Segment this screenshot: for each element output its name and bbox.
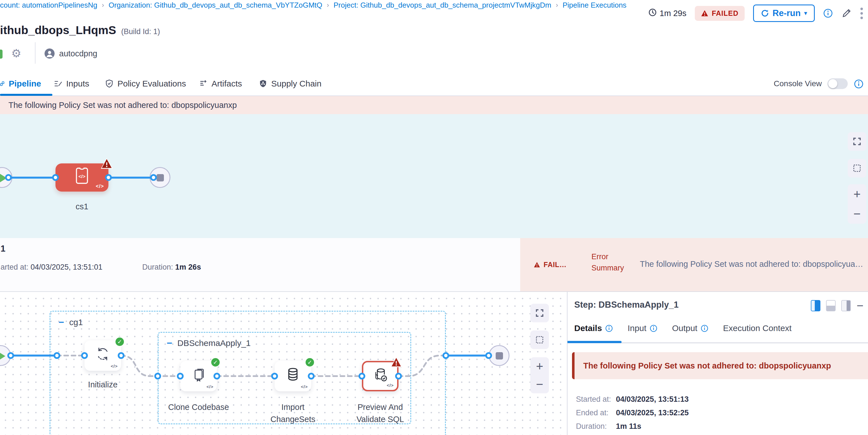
meta-divider [35, 42, 35, 64]
rerun-button[interactable]: Re-run ▾ [753, 4, 815, 22]
more-options-icon[interactable] [860, 8, 863, 19]
breadcrumb: count: automationPipelinesNg › Organizat… [0, 0, 626, 10]
shield-check-icon [105, 79, 114, 88]
graph-port [214, 373, 220, 379]
success-check-icon: ✓ [305, 357, 315, 367]
tab-supply-chain[interactable]: Supply Chain [258, 72, 321, 95]
pipeline-execution-page: count: automationPipelinesNg › Organizat… [0, 0, 868, 435]
tab-policy-evaluations[interactable]: Policy Evaluations [105, 72, 186, 95]
stage-node-cs1[interactable]: </> </> [56, 163, 108, 192]
graph-port [5, 174, 12, 181]
console-view-info-icon[interactable] [854, 79, 864, 90]
layout-bottom-icon[interactable] [826, 300, 836, 311]
graph-port [118, 352, 124, 359]
stage-summary-bar: 1 arted at: 04/03/2025, 13:51:01 Duratio… [0, 238, 868, 292]
step-group-dbschemaapply-header: − DBSchemaApply_1 [167, 338, 251, 348]
execution-duration: 1m 29s [648, 8, 686, 19]
info-icon[interactable] [605, 324, 613, 332]
artifacts-icon [199, 79, 208, 88]
tab-artifacts-label: Artifacts [212, 79, 242, 89]
policy-violation-banner: The following Policy Set was not adhered… [0, 96, 868, 114]
tab-inputs[interactable]: Inputs [54, 72, 89, 95]
step-label-initialize: Initialize [72, 379, 134, 391]
tab-details[interactable]: Details [574, 323, 613, 333]
console-view-label: Console View [774, 79, 822, 88]
tab-pipeline[interactable]: Pipeline [0, 72, 41, 95]
step-panel-title: Step: DBSchemaApply_1 [574, 300, 678, 310]
step-node-initialize[interactable]: </> ✓ [85, 340, 121, 371]
stage-fail-status: FAIL… [534, 260, 567, 269]
graph-port [7, 352, 14, 359]
code-icon: </> [387, 383, 394, 388]
execution-graph-canvas[interactable]: − cg1 − DBSchemaApply_1 </> ✓ Initiali [0, 292, 567, 435]
pipeline-title-row: ithub_dbops_LHqmS (Build Id: 1) [0, 24, 160, 37]
collapse-group-icon[interactable]: − [167, 338, 173, 348]
info-icon[interactable] [701, 324, 708, 332]
console-view-control: Console View [774, 72, 848, 95]
active-tab-underline [0, 94, 52, 96]
graph-port [81, 352, 88, 359]
shield-network-icon [258, 79, 268, 88]
gear-icon[interactable]: ⚙ [11, 47, 22, 60]
success-check-icon: ✓ [115, 337, 125, 347]
layout-split-right-icon[interactable] [811, 300, 820, 311]
step-panel-tabs: Details Input Output Execution Context [574, 323, 792, 333]
failure-warning-icon [100, 158, 113, 170]
console-view-toggle[interactable] [828, 78, 848, 89]
step-node-clone-codebase[interactable]: </> ✓ [180, 361, 217, 391]
step-node-preview-validate-sql[interactable]: </> [362, 361, 399, 391]
marquee-select-button[interactable] [848, 159, 866, 178]
error-summary-label: Error Summary [591, 251, 639, 274]
breadcrumb-pipeline-executions[interactable]: Pipeline Executions [562, 1, 626, 9]
group-dbschemaapply-label: DBSchemaApply_1 [178, 338, 251, 348]
info-icon[interactable] [823, 8, 833, 18]
connector-line [8, 177, 56, 179]
code-icon: </> [111, 364, 118, 369]
layout-right-panel-icon[interactable] [841, 300, 851, 311]
zoom-controls: + − [848, 184, 866, 224]
group-cg1-label: cg1 [69, 317, 83, 327]
tab-input[interactable]: Input [627, 323, 657, 333]
step-group-cg1-header: − cg1 [59, 317, 83, 328]
policy-violation-text: The following Policy Set was not adhered… [8, 101, 237, 110]
zoom-out-button[interactable]: − [854, 208, 861, 220]
header-actions: 1m 29s FAILED Re-run ▾ [648, 3, 863, 23]
status-badge: FAILED [695, 6, 745, 21]
fullscreen-button[interactable] [848, 132, 866, 151]
info-icon[interactable] [650, 324, 657, 332]
tab-policy-evaluations-label: Policy Evaluations [118, 79, 186, 89]
stage-node-label: cs1 [56, 202, 108, 211]
triggered-by-user: autocdpng [44, 49, 97, 59]
pipeline-title: ithub_dbops_LHqmS [0, 24, 116, 37]
breadcrumb-project[interactable]: Project: Github_db_devops_aut_db_schema_… [334, 1, 551, 9]
step-label-clone-codebase: Clone Codebase [167, 401, 229, 413]
code-icon: </> [96, 183, 104, 189]
edit-pencil-icon[interactable] [841, 8, 852, 19]
breadcrumb-organization[interactable]: Organization: Github_db_devops_aut_db_sc… [108, 1, 322, 9]
graph-port [154, 373, 161, 379]
tab-output[interactable]: Output [672, 323, 708, 333]
warning-triangle-icon [534, 262, 540, 268]
detail-started-at: Started at: 04/03/2025, 13:51:13 [576, 395, 611, 404]
user-name: autocdpng [59, 49, 97, 58]
breadcrumb-account[interactable]: count: automationPipelinesNg [0, 1, 97, 9]
graph-port [395, 373, 402, 379]
stage-started-at: arted at: 04/03/2025, 13:51:01 [1, 263, 102, 272]
custom-stage-icon: </> [73, 166, 91, 186]
stop-icon [157, 174, 164, 181]
stage-graph-canvas[interactable]: </> </> cs1 + − [0, 114, 868, 238]
graph-port [177, 373, 184, 379]
minimize-panel-icon[interactable]: − [857, 300, 864, 312]
step-node-import-changesets[interactable]: </> ✓ [275, 361, 311, 391]
caret-down-icon: ▾ [804, 9, 807, 17]
breadcrumb-separator: › [556, 1, 558, 9]
stage-fail-label: FAIL… [544, 260, 567, 269]
graph-port [54, 352, 60, 359]
tab-execution-context[interactable]: Execution Context [723, 323, 792, 333]
tab-artifacts[interactable]: Artifacts [199, 72, 242, 95]
collapse-group-icon[interactable]: − [59, 317, 64, 328]
error-summary-text: The following Policy Set was not adhered… [640, 259, 867, 269]
zoom-in-button[interactable]: + [854, 188, 861, 200]
breadcrumb-separator: › [102, 1, 104, 9]
inputs-icon [54, 79, 63, 88]
